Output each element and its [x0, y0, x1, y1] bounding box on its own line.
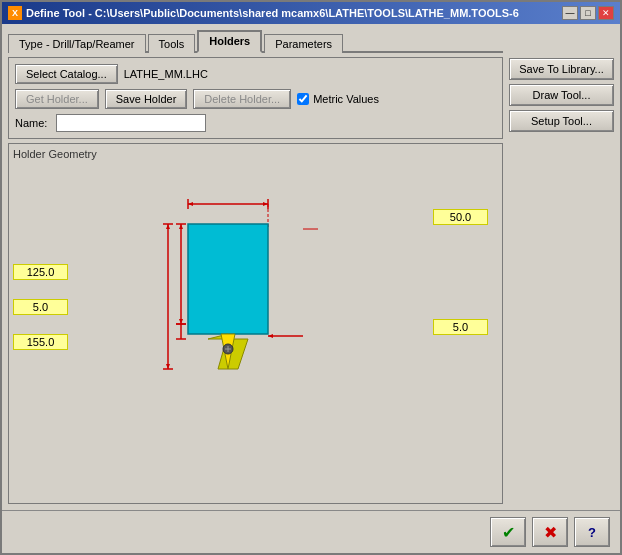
metric-values-label: Metric Values	[313, 93, 379, 105]
maximize-button[interactable]: □	[580, 6, 596, 20]
name-input[interactable]	[56, 114, 206, 132]
save-to-library-button[interactable]: Save To Library...	[509, 58, 614, 80]
holder-row: Get Holder... Save Holder Delete Holder.…	[15, 89, 496, 109]
name-field-label: Name:	[15, 117, 50, 129]
setup-tool-button[interactable]: Setup Tool...	[509, 110, 614, 132]
main-content: Type - Drill/Tap/Reamer Tools Holders Pa…	[2, 24, 620, 510]
tab-parameters[interactable]: Parameters	[264, 34, 343, 53]
value-left-bot[interactable]: 155.0	[13, 334, 68, 350]
minimize-button[interactable]: —	[562, 6, 578, 20]
close-button[interactable]: ✕	[598, 6, 614, 20]
tab-bar: Type - Drill/Tap/Reamer Tools Holders Pa…	[8, 30, 503, 53]
draw-tool-button[interactable]: Draw Tool...	[509, 84, 614, 106]
delete-holder-button[interactable]: Delete Holder...	[193, 89, 291, 109]
save-holder-button[interactable]: Save Holder	[105, 89, 188, 109]
bottom-bar: ✔ ✖ ?	[2, 510, 620, 553]
get-holder-button[interactable]: Get Holder...	[15, 89, 99, 109]
catalog-name-label: LATHE_MM.LHC	[124, 68, 496, 80]
ok-button[interactable]: ✔	[490, 517, 526, 547]
geometry-panel: Holder Geometry 50.0 125.0 5.0 155.0 5.0	[8, 143, 503, 504]
tab-holders[interactable]: Holders	[197, 30, 262, 53]
title-bar: X Define Tool - C:\Users\Public\Document…	[2, 2, 620, 24]
window-title: Define Tool - C:\Users\Public\Documents\…	[26, 7, 519, 19]
metric-values-checkbox[interactable]	[297, 93, 309, 105]
app-icon: X	[8, 6, 22, 20]
right-panel: Save To Library... Draw Tool... Setup To…	[509, 30, 614, 504]
help-button[interactable]: ?	[574, 517, 610, 547]
name-row: Name:	[15, 114, 496, 132]
geometry-canvas: 50.0 125.0 5.0 155.0 5.0	[13, 164, 498, 404]
controls-area: Select Catalog... LATHE_MM.LHC Get Holde…	[8, 57, 503, 139]
tab-type-drill[interactable]: Type - Drill/Tap/Reamer	[8, 34, 146, 53]
tool-illustration	[73, 174, 353, 394]
value-left-top[interactable]: 125.0	[13, 264, 68, 280]
tab-tools[interactable]: Tools	[148, 34, 196, 53]
select-catalog-button[interactable]: Select Catalog...	[15, 64, 118, 84]
main-window: X Define Tool - C:\Users\Public\Document…	[0, 0, 622, 555]
value-left-mid[interactable]: 5.0	[13, 299, 68, 315]
left-panel: Type - Drill/Tap/Reamer Tools Holders Pa…	[8, 30, 503, 504]
geometry-section-label: Holder Geometry	[13, 148, 498, 160]
cancel-button[interactable]: ✖	[532, 517, 568, 547]
catalog-row: Select Catalog... LATHE_MM.LHC	[15, 64, 496, 84]
value-top-width[interactable]: 50.0	[433, 209, 488, 225]
value-right-bot[interactable]: 5.0	[433, 319, 488, 335]
svg-rect-22	[188, 224, 268, 334]
